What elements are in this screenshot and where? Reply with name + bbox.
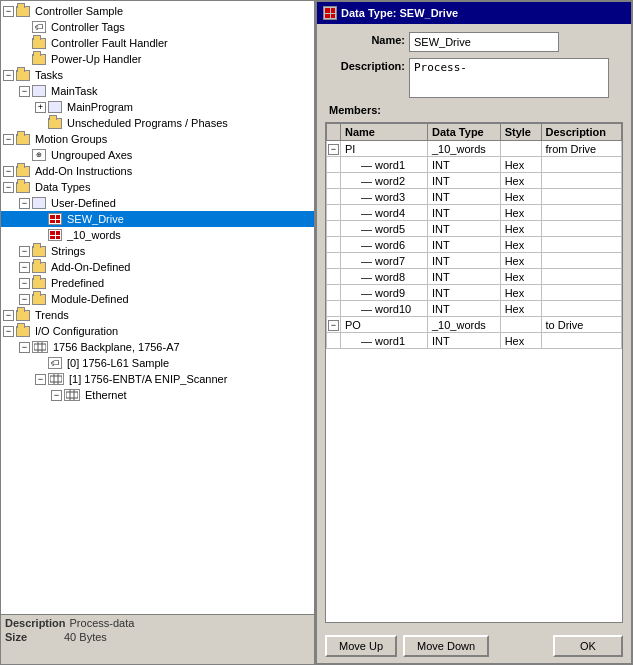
tree-item-_10_words[interactable]: _10_words [1, 227, 314, 243]
tree-toggle-maintask[interactable]: − [19, 86, 30, 97]
tag-icon: 🏷 [32, 21, 46, 33]
tree-item-module-defined[interactable]: −Module-Defined [1, 291, 314, 307]
tree-label-ungrouped-axes: Ungrouped Axes [51, 149, 132, 161]
member-description-cell [541, 269, 621, 285]
tree-label-module-defined: Module-Defined [51, 293, 129, 305]
tree-toggle-addon-instructions[interactable]: − [3, 166, 14, 177]
tree-toggle-mainprogram[interactable]: + [35, 102, 46, 113]
member-style-cell: Hex [500, 189, 541, 205]
tree-toggle-module-defined[interactable]: − [19, 294, 30, 305]
tree-toggle-enbt[interactable]: − [35, 374, 46, 385]
network-icon [64, 389, 80, 401]
table-row[interactable]: — word3INTHex [327, 189, 622, 205]
tree-item-unscheduled[interactable]: Unscheduled Programs / Phases [1, 115, 314, 131]
table-row[interactable]: — word10INTHex [327, 301, 622, 317]
member-style-cell: Hex [500, 157, 541, 173]
table-row[interactable]: — word6INTHex [327, 237, 622, 253]
tree-item-controller-tags[interactable]: 🏷Controller Tags [1, 19, 314, 35]
name-row: Name: [325, 32, 623, 52]
members-table[interactable]: Name Data Type Style Description −PI_10_… [325, 122, 623, 623]
tree-toggle-predefined[interactable]: − [19, 278, 30, 289]
tree-toggle-trends[interactable]: − [3, 310, 14, 321]
tree-item-l61[interactable]: 🏷[0] 1756-L61 Sample [1, 355, 314, 371]
member-datatype-cell: INT [427, 157, 500, 173]
table-row[interactable]: −PO_10_wordsto Drive [327, 317, 622, 333]
member-name-cell: — word6 [341, 237, 428, 253]
tree-item-controller-sample[interactable]: −Controller Sample [1, 3, 314, 19]
expand-btn-PO[interactable]: − [328, 320, 339, 331]
member-style-cell: Hex [500, 253, 541, 269]
member-name-cell: — word10 [341, 301, 428, 317]
tree-toggle-user-defined[interactable]: − [19, 198, 30, 209]
tree-toggle-motion-groups[interactable]: − [3, 134, 14, 145]
dialog-panel: Data Type: SEW_Drive Name: Description: … [315, 0, 633, 665]
tree-toggle-tasks[interactable]: − [3, 70, 14, 81]
status-bar: Description Process-data Size 40 Bytes [1, 614, 314, 664]
tree-label-tasks: Tasks [35, 69, 63, 81]
tree-toggle-backplane[interactable]: − [19, 342, 30, 353]
tree-toggle-io-configuration[interactable]: − [3, 326, 14, 337]
table-row[interactable]: — word4INTHex [327, 205, 622, 221]
member-name-cell: — word4 [341, 205, 428, 221]
tree-toggle-data-types[interactable]: − [3, 182, 14, 193]
tree-item-power-up-handler[interactable]: Power-Up Handler [1, 51, 314, 67]
axis-icon: ⊕ [32, 149, 46, 161]
tree-toggle-strings[interactable]: − [19, 246, 30, 257]
member-datatype-cell: INT [427, 173, 500, 189]
member-description-cell: from Drive [541, 141, 621, 157]
tree-item-io-configuration[interactable]: −I/O Configuration [1, 323, 314, 339]
member-style-cell: Hex [500, 285, 541, 301]
tree-label-io-configuration: I/O Configuration [35, 325, 118, 337]
tree-label-predefined: Predefined [51, 277, 104, 289]
folder-icon [16, 182, 30, 193]
table-row[interactable]: — word1INTHex [327, 333, 622, 349]
table-row[interactable]: −PI_10_wordsfrom Drive [327, 141, 622, 157]
table-row[interactable]: — word1INTHex [327, 157, 622, 173]
table-row[interactable]: — word9INTHex [327, 285, 622, 301]
svg-rect-6 [66, 392, 78, 398]
tree-toggle-ethernet[interactable]: − [51, 390, 62, 401]
tree-toggle-controller-sample[interactable]: − [3, 6, 14, 17]
tree-item-ungrouped-axes[interactable]: ⊕Ungrouped Axes [1, 147, 314, 163]
tree-item-addon-instructions[interactable]: −Add-On Instructions [1, 163, 314, 179]
tree-item-sew-drive[interactable]: SEW_Drive [1, 211, 314, 227]
move-down-button[interactable]: Move Down [403, 635, 489, 657]
tree-item-ethernet[interactable]: −Ethernet [1, 387, 314, 403]
tree-label-motion-groups: Motion Groups [35, 133, 107, 145]
table-row[interactable]: — word8INTHex [327, 269, 622, 285]
tree-container[interactable]: −Controller Sample🏷Controller TagsContro… [1, 1, 314, 614]
member-name-cell: — word8 [341, 269, 428, 285]
status-description-cell: Description Process-data Size 40 Bytes [5, 617, 157, 662]
tree-item-addon-defined[interactable]: −Add-On-Defined [1, 259, 314, 275]
tree-item-trends[interactable]: −Trends [1, 307, 314, 323]
folder-icon [32, 38, 46, 49]
members-section-label: Members: [325, 104, 623, 116]
tree-label-ethernet: Ethernet [85, 389, 127, 401]
move-up-button[interactable]: Move Up [325, 635, 397, 657]
tree-item-controller-fault-handler[interactable]: Controller Fault Handler [1, 35, 314, 51]
tree-item-tasks[interactable]: −Tasks [1, 67, 314, 83]
tree-item-predefined[interactable]: −Predefined [1, 275, 314, 291]
tree-item-strings[interactable]: −Strings [1, 243, 314, 259]
tree-item-backplane[interactable]: −1756 Backplane, 1756-A7 [1, 339, 314, 355]
table-row[interactable]: — word5INTHex [327, 221, 622, 237]
tree-item-motion-groups[interactable]: −Motion Groups [1, 131, 314, 147]
member-description-cell [541, 253, 621, 269]
tree-item-maintask[interactable]: −MainTask [1, 83, 314, 99]
expand-btn-PI[interactable]: − [328, 144, 339, 155]
ok-button[interactable]: OK [553, 635, 623, 657]
tree-item-enbt[interactable]: −[1] 1756-ENBT/A ENIP_Scanner [1, 371, 314, 387]
table-row[interactable]: — word2INTHex [327, 173, 622, 189]
tree-toggle-addon-defined[interactable]: − [19, 262, 30, 273]
member-style-cell: Hex [500, 173, 541, 189]
tree-label-controller-tags: Controller Tags [51, 21, 125, 33]
dialog-titlebar: Data Type: SEW_Drive [317, 2, 631, 24]
description-textarea[interactable] [409, 58, 609, 98]
desc-value: Process-data [70, 617, 135, 629]
folder-icon [16, 326, 30, 337]
tree-item-data-types[interactable]: −Data Types [1, 179, 314, 195]
tree-item-mainprogram[interactable]: +MainProgram [1, 99, 314, 115]
name-input[interactable] [409, 32, 559, 52]
tree-item-user-defined[interactable]: −User-Defined [1, 195, 314, 211]
table-row[interactable]: — word7INTHex [327, 253, 622, 269]
